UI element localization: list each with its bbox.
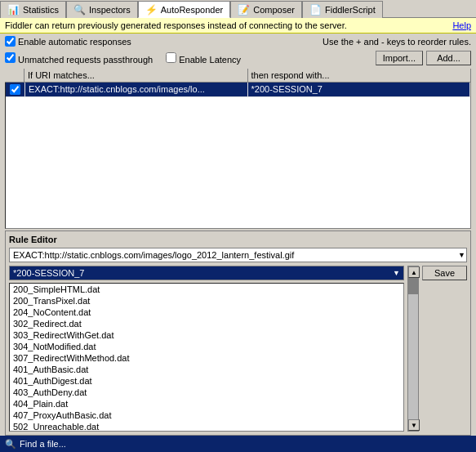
add-button[interactable]: Add... — [426, 51, 471, 65]
scrollbar-track — [408, 278, 418, 419]
col-uri-header: If URI matches... — [24, 69, 248, 82]
url-input[interactable] — [9, 248, 467, 262]
tab-autoresponder[interactable]: ⚡ AutoResponder — [138, 1, 230, 18]
table-row[interactable]: EXACT:http://static.cnblogs.com/images/l… — [6, 83, 470, 97]
save-area: Save — [422, 266, 467, 432]
options-right: Use the + and - keys to reorder rules. — [323, 37, 471, 47]
table-body: EXACT:http://static.cnblogs.com/images/l… — [5, 83, 471, 229]
scroll-down-btn[interactable]: ▼ — [408, 419, 420, 431]
response-dropdown-arrow[interactable]: ▼ — [393, 269, 400, 277]
response-dropdown[interactable]: *200-SESSION_7 ▼ — [9, 266, 404, 280]
col-check — [5, 69, 24, 82]
editor-body: *200-SESSION_7 ▼ 200_SimpleHTML.dat 200_… — [9, 266, 467, 432]
enable-automatic-text: Enable automatic responses — [18, 37, 131, 47]
tab-autoresponder-label: AutoResponder — [161, 5, 223, 15]
rules-section: If URI matches... then respond with... E… — [0, 67, 476, 230]
file-list[interactable]: 200_SimpleHTML.dat 200_TransPixel.dat 20… — [9, 283, 404, 432]
response-value: *200-SESSION_7 — [13, 268, 84, 278]
tab-statistics-label: Statistics — [23, 5, 59, 15]
scroll-up-btn[interactable]: ▲ — [408, 266, 420, 278]
editor-left: *200-SESSION_7 ▼ 200_SimpleHTML.dat 200_… — [9, 266, 404, 432]
scrollbar-area: ▲ ▼ — [407, 266, 419, 432]
info-bar: Fiddler can return previously generated … — [0, 18, 476, 34]
find-icon: 🔍 — [5, 439, 16, 450]
enable-latency-label[interactable]: Enable Latency — [166, 52, 241, 65]
table-header: If URI matches... then respond with... — [5, 69, 471, 83]
passthrough-label[interactable]: Unmatched requests passthrough — [5, 52, 153, 65]
scrollbar-thumb[interactable] — [408, 278, 418, 294]
url-row: ▼ — [9, 248, 467, 262]
autoresponder-icon: ⚡ — [145, 4, 158, 16]
file-list-item[interactable]: 303_RedirectWithGet.dat — [10, 329, 403, 341]
tab-composer[interactable]: 📝 Composer — [230, 1, 302, 18]
options-row-1: Enable automatic responses Use the + and… — [0, 34, 476, 49]
file-list-item[interactable]: 200_SimpleHTML.dat — [10, 284, 403, 295]
url-dropdown-wrapper: ▼ — [9, 248, 467, 262]
row-response: *200-SESSION_7 — [248, 83, 471, 96]
enable-latency-text: Enable Latency — [179, 55, 241, 65]
file-list-item[interactable]: 200_TransPixel.dat — [10, 295, 403, 307]
statistics-icon: 📊 — [7, 4, 20, 16]
row-checkbox[interactable] — [10, 84, 20, 95]
composer-icon: 📝 — [238, 4, 250, 16]
find-bar[interactable]: 🔍 Find a file... — [0, 436, 476, 452]
tab-fiddlerscript-label: FiddlerScript — [325, 5, 376, 15]
app-window: 📊 Statistics 🔍 Inspectors ⚡ AutoResponde… — [0, 0, 476, 452]
file-list-item[interactable]: 401_AuthBasic.dat — [10, 364, 403, 375]
file-list-item[interactable]: 204_NoContent.dat — [10, 307, 403, 318]
row-uri: EXACT:http://static.cnblogs.com/images/l… — [25, 83, 248, 96]
tab-inspectors[interactable]: 🔍 Inspectors — [66, 1, 138, 18]
enable-latency-checkbox[interactable] — [166, 52, 176, 63]
info-message: Fiddler can return previously generated … — [5, 20, 347, 30]
tab-inspectors-label: Inspectors — [89, 5, 131, 15]
fiddlerscript-icon: 📄 — [309, 4, 322, 16]
col-response-header: then respond with... — [248, 69, 472, 82]
tab-composer-label: Composer — [253, 5, 295, 15]
file-list-item[interactable]: 502_Unreachable.dat — [10, 421, 403, 432]
main-content: Fiddler can return previously generated … — [0, 18, 476, 452]
reorder-hint-text: Use the + and - keys to reorder rules. — [323, 37, 471, 47]
rule-editor-title: Rule Editor — [9, 235, 467, 244]
import-button[interactable]: Import... — [376, 51, 423, 65]
file-list-item[interactable]: 307_RedirectWithMethod.dat — [10, 352, 403, 364]
save-button[interactable]: Save — [422, 266, 467, 280]
file-list-item[interactable]: 304_NotModified.dat — [10, 341, 403, 352]
find-label: Find a file... — [20, 439, 66, 449]
options-row-2: Unmatched requests passthrough Enable La… — [0, 49, 476, 67]
file-list-item[interactable]: 403_AuthDeny.dat — [10, 387, 403, 398]
inspectors-icon: 🔍 — [73, 4, 86, 16]
enable-automatic-checkbox[interactable] — [5, 36, 16, 47]
tab-bar: 📊 Statistics 🔍 Inspectors ⚡ AutoResponde… — [0, 0, 476, 18]
file-list-item[interactable]: 302_Redirect.dat — [10, 318, 403, 329]
file-list-item[interactable]: 407_ProxyAuthBasic.dat — [10, 409, 403, 421]
row-checkbox-cell — [6, 83, 25, 96]
passthrough-checkbox[interactable] — [5, 52, 16, 63]
tab-fiddlerscript[interactable]: 📄 FiddlerScript — [302, 1, 383, 18]
passthrough-text: Unmatched requests passthrough — [18, 55, 153, 65]
file-list-item[interactable]: 401_AuthDigest.dat — [10, 375, 403, 387]
enable-automatic-label[interactable]: Enable automatic responses — [5, 36, 131, 47]
tab-statistics[interactable]: 📊 Statistics — [0, 1, 66, 18]
help-link[interactable]: Help — [452, 20, 471, 30]
file-list-item[interactable]: 404_Plain.dat — [10, 398, 403, 409]
